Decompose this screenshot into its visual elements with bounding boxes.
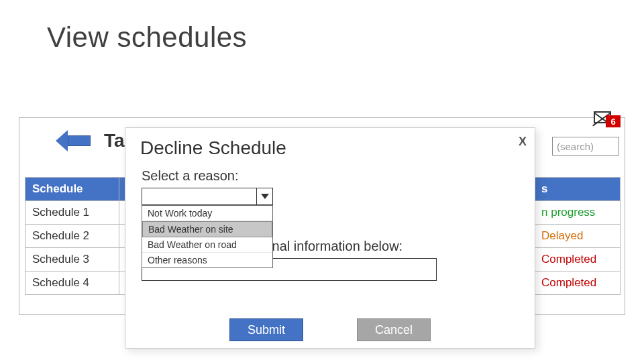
cancel-button[interactable]: Cancel	[357, 318, 431, 341]
schedule-cell: Schedule 3	[25, 248, 119, 272]
status-cell: n progress	[535, 201, 621, 225]
search-placeholder: (search)	[557, 141, 594, 152]
reason-dropdown[interactable]: Not Work todayBad Weather on siteBad Wea…	[142, 188, 273, 205]
dropdown-item[interactable]: Other reasons	[142, 253, 272, 267]
badge-count: 6	[606, 115, 621, 127]
schedule-cell: Schedule 2	[25, 225, 119, 248]
dropdown-item[interactable]: Bad Weather on site	[142, 221, 272, 237]
status-cell: Delayed	[535, 225, 621, 248]
col-status: s	[535, 178, 621, 201]
page-title: View schedules	[0, 0, 644, 67]
status-cell: Completed	[535, 248, 621, 272]
submit-button[interactable]: Submit	[229, 318, 303, 341]
schedule-cell: Schedule 4	[25, 272, 119, 295]
decline-modal: X Decline Schedule Select a reason: Not …	[125, 127, 535, 349]
back-arrow-icon[interactable]	[56, 130, 92, 152]
status-cell: Completed	[535, 272, 621, 295]
search-input[interactable]: (search)	[552, 137, 619, 156]
dropdown-box[interactable]	[142, 188, 273, 205]
schedule-cell: Schedule 1	[25, 201, 119, 225]
reason-label: Select a reason:	[125, 166, 535, 188]
close-button[interactable]: X	[519, 135, 527, 149]
dropdown-item[interactable]: Bad Weather on road	[142, 237, 272, 253]
dropdown-list: Not Work todayBad Weather on siteBad Wea…	[142, 205, 273, 268]
mail-badge[interactable]: 6	[594, 111, 625, 127]
modal-title: Decline Schedule	[125, 128, 535, 166]
dropdown-item[interactable]: Not Work today	[142, 206, 272, 221]
chevron-down-icon[interactable]	[256, 188, 272, 204]
col-schedule: Schedule	[25, 178, 119, 201]
